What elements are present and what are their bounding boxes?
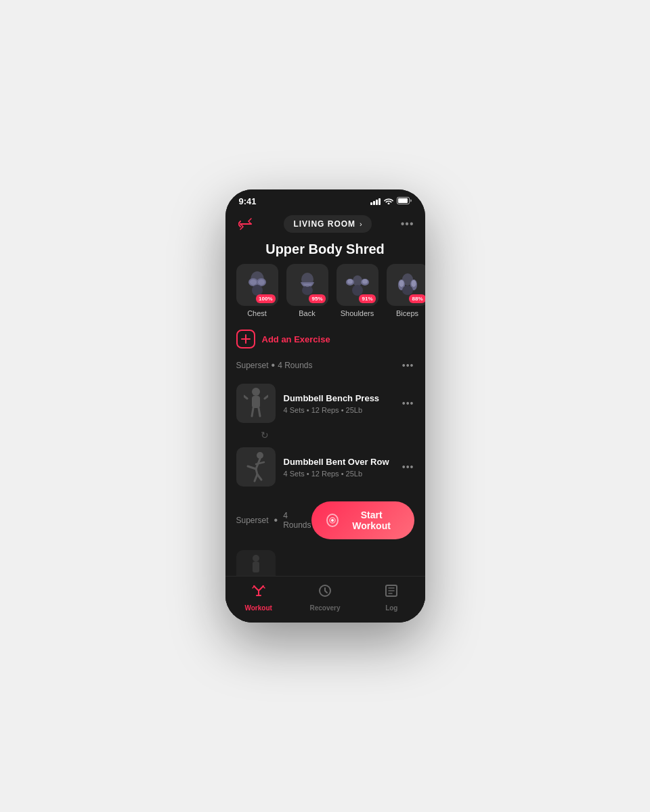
phone-screen: 9:41 (225, 189, 425, 623)
svg-point-20 (411, 280, 416, 287)
swap-icon: ↻ (261, 430, 269, 441)
nav-item-workout[interactable]: Workout (225, 583, 292, 612)
back-button[interactable] (236, 215, 255, 233)
superset-1-header: Superset • 4 Rounds ••• (225, 355, 425, 378)
nav-item-log[interactable]: Log (358, 583, 425, 612)
superset-dot-1: • (272, 359, 276, 371)
svg-point-7 (258, 279, 265, 285)
muscle-item-chest[interactable]: 100% Chest (236, 264, 278, 317)
chest-badge: 100% (256, 294, 275, 303)
muscle-item-back[interactable]: 95% Back (286, 264, 328, 317)
svg-point-10 (353, 275, 362, 286)
exercise-thumb-peek (236, 550, 276, 576)
superset-dot-2: • (274, 514, 278, 526)
back-label: Back (299, 309, 315, 317)
muscle-item-biceps[interactable]: 88% Biceps (387, 264, 425, 317)
biceps-label: Biceps (396, 309, 418, 317)
svg-rect-28 (252, 396, 260, 408)
exercise-more-bench-press[interactable]: ••• (402, 398, 414, 409)
svg-line-39 (256, 462, 264, 464)
exercise-name-bench-press: Dumbbell Bench Press (284, 393, 394, 403)
battery-icon (397, 197, 412, 206)
add-exercise-text: Add an Exercise (262, 334, 330, 344)
svg-rect-43 (253, 562, 259, 572)
wifi-icon (384, 197, 393, 206)
exercise-info-bench-press: Dumbbell Bench Press 4 Sets • 12 Reps • … (284, 393, 394, 414)
superset-2-label: Superset (236, 516, 269, 525)
phone-shell: 9:41 (225, 189, 425, 623)
exercise-meta-bench-press: 4 Sets • 12 Reps • 25Lb (284, 406, 394, 414)
location-text: LIVING ROOM (293, 219, 355, 229)
start-workout-text: Start Workout (344, 510, 399, 531)
muscle-groups-scroll[interactable]: 100% Chest 95% Back (225, 264, 425, 323)
exercise-card-bench-press: Dumbbell Bench Press 4 Sets • 12 Reps • … (225, 378, 425, 428)
bottom-nav: Workout Recovery Log (225, 576, 425, 623)
exercise-info-bent-row: Dumbbell Bent Over Row 4 Sets • 12 Reps … (284, 457, 394, 478)
muscle-avatar-biceps: 88% (387, 264, 425, 306)
exercise-peek (225, 545, 425, 576)
start-icon (326, 514, 339, 527)
exercise-more-bent-row[interactable]: ••• (402, 461, 414, 472)
log-nav-label: Log (385, 604, 397, 612)
back-badge: 95% (309, 294, 325, 303)
exercise-meta-bent-row: 4 Sets • 12 Reps • 25Lb (284, 470, 394, 478)
svg-point-42 (253, 555, 259, 562)
more-options-button[interactable]: ••• (401, 218, 414, 230)
add-exercise-row[interactable]: Add an Exercise (225, 323, 425, 355)
svg-line-31 (252, 408, 253, 416)
svg-point-27 (252, 388, 260, 396)
superset-1-more-button[interactable]: ••• (402, 360, 414, 371)
recovery-nav-icon (318, 583, 332, 602)
svg-point-19 (399, 280, 404, 287)
exercise-thumb-bent-row (236, 447, 276, 487)
superset-2-header: Superset • 4 Rounds Start Workout (225, 492, 425, 545)
nav-item-recovery[interactable]: Recovery (292, 583, 358, 612)
status-icons (370, 197, 412, 206)
muscle-avatar-shoulders: 91% (337, 264, 378, 306)
muscle-avatar-back: 95% (286, 264, 328, 306)
superset-1-rounds: 4 Rounds (278, 361, 312, 370)
location-pill[interactable]: LIVING ROOM › (284, 215, 371, 233)
swap-icon-row: ↻ (225, 428, 425, 442)
exercise-thumb-bench-press (236, 384, 276, 423)
location-chevron-icon: › (360, 220, 362, 228)
biceps-badge: 88% (409, 294, 425, 303)
exercise-card-bent-row: Dumbbell Bent Over Row 4 Sets • 12 Reps … (225, 442, 425, 492)
svg-point-15 (362, 279, 368, 284)
svg-line-38 (257, 474, 261, 480)
svg-line-29 (244, 396, 247, 399)
svg-point-6 (250, 279, 257, 285)
recovery-nav-label: Recovery (309, 604, 340, 612)
workout-title: Upper Body Shred (225, 239, 425, 264)
svg-point-21 (402, 286, 413, 295)
muscle-avatar-chest: 100% (236, 264, 278, 306)
superset-1-label: Superset (236, 361, 269, 370)
muscle-groups-list: 100% Chest 95% Back (236, 264, 425, 317)
add-exercise-icon (236, 330, 255, 348)
top-nav: LIVING ROOM › ••• (225, 210, 425, 239)
svg-line-32 (259, 408, 260, 416)
signal-icon (370, 198, 381, 205)
shoulders-label: Shoulders (341, 309, 374, 317)
log-nav-icon (384, 583, 399, 602)
svg-point-41 (331, 519, 334, 522)
svg-line-35 (248, 466, 256, 469)
exercise-name-bent-row: Dumbbell Bent Over Row (284, 457, 394, 467)
svg-point-9 (302, 286, 313, 295)
workout-nav-label: Workout (244, 604, 272, 612)
workout-nav-icon (251, 583, 266, 602)
svg-point-33 (257, 452, 263, 459)
svg-line-30 (265, 396, 268, 399)
start-workout-button[interactable]: Start Workout (311, 501, 414, 539)
muscle-item-shoulders[interactable]: 91% Shoulders (337, 264, 378, 317)
shoulders-badge: 91% (359, 294, 375, 303)
status-time: 9:41 (239, 196, 257, 206)
main-content: Superset • 4 Rounds ••• (225, 355, 425, 576)
svg-point-14 (347, 279, 353, 284)
superset-2-rounds: 4 Rounds (283, 511, 311, 530)
chest-label: Chest (247, 309, 267, 317)
svg-rect-1 (398, 198, 408, 203)
status-bar: 9:41 (225, 189, 425, 210)
